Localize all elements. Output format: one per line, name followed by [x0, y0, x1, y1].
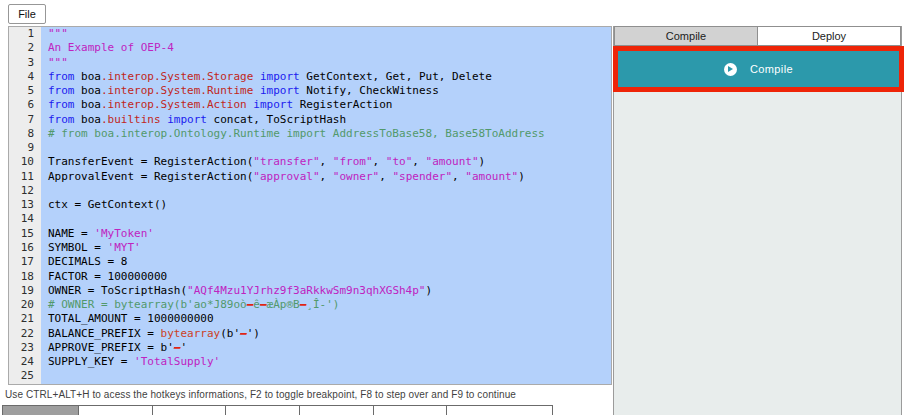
code-token: SYMBOL = [48, 241, 108, 254]
line-number: 18 [9, 270, 34, 284]
code-token: OWNER = ToScriptHash( [48, 284, 187, 297]
line-number: 21 [9, 312, 34, 326]
code-token: ctx = GetContext() [48, 198, 167, 211]
code-line[interactable] [48, 184, 611, 198]
code-token: An Example of OEP-4 [48, 41, 174, 54]
compile-button[interactable]: Compile [618, 51, 899, 87]
code-token: 'MyToken' [94, 227, 154, 240]
line-number: 13 [9, 198, 34, 212]
code-token: from [48, 70, 75, 83]
table-cell [225, 405, 300, 415]
editor-code[interactable]: """An Example of OEP-4"""from boa.intero… [41, 27, 611, 384]
code-line[interactable]: An Example of OEP-4 [48, 41, 611, 55]
code-line[interactable]: DECIMALS = 8 [48, 255, 611, 269]
code-token: "owner" [333, 170, 379, 183]
code-token: ¸Î-') [306, 298, 339, 311]
code-token: "transfer" [253, 155, 319, 168]
code-token: "from" [333, 155, 373, 168]
code-token: 'MYT' [108, 241, 141, 254]
table-cell [2, 405, 79, 415]
code-token: from [48, 113, 75, 126]
code-line[interactable]: # from boa.interop.Ontology.Runtime impo… [48, 127, 611, 141]
code-token: BALANCE_PREFIX = [48, 327, 161, 340]
code-token: FACTOR = 100000000 [48, 270, 167, 283]
code-token: boa [75, 84, 102, 97]
code-token: concat, ToScriptHash [207, 113, 346, 126]
code-token: , [452, 170, 465, 183]
code-token: ') [247, 327, 260, 340]
code-token: "amount" [465, 170, 518, 183]
code-line[interactable]: from boa.interop.System.Storage import G… [48, 70, 611, 84]
code-line[interactable] [48, 369, 611, 383]
code-line[interactable]: ctx = GetContext() [48, 198, 611, 212]
code-token: # OWNER = bytearray(b'ao*J89oò [48, 298, 247, 311]
code-line[interactable]: ApprovalEvent = RegisterAction("approval… [48, 170, 611, 184]
code-line[interactable] [48, 141, 611, 155]
code-token: boa [75, 70, 102, 83]
code-token: (b' [220, 327, 240, 340]
line-number: 2 [9, 41, 34, 55]
tab-compile[interactable]: Compile [614, 26, 758, 46]
status-bar: Use CTRL+ALT+H to acess the hotkeys info… [5, 386, 516, 403]
table-cell [299, 405, 374, 415]
code-token: – [240, 327, 247, 340]
code-token: SUPPLY_KEY = [48, 355, 134, 368]
code-token: ) [518, 170, 525, 183]
code-line[interactable]: APPROVE_PREFIX = b'–' [48, 341, 611, 355]
line-number: 20 [9, 298, 34, 312]
code-line[interactable]: SYMBOL = 'MYT' [48, 241, 611, 255]
code-line[interactable]: TOTAL_AMOUNT = 1000000000 [48, 312, 611, 326]
tab-deploy[interactable]: Deploy [757, 26, 901, 46]
line-number: 19 [9, 284, 34, 298]
code-token: – [260, 298, 267, 311]
code-token: # from boa.interop.Ontology.Runtime impo… [48, 127, 545, 140]
code-token: , [320, 170, 333, 183]
code-token: DECIMALS = 8 [48, 255, 127, 268]
code-token: ' [180, 341, 187, 354]
line-number: 23 [9, 341, 34, 355]
code-token: Notify, CheckWitness [300, 84, 439, 97]
code-line[interactable]: from boa.interop.System.Action import Re… [48, 98, 611, 112]
line-number: 25 [9, 369, 34, 383]
code-token: "AQf4Mzu1YJrhz9f3aRkkwSm9n3qhXGSh4p" [187, 284, 425, 297]
code-line[interactable]: OWNER = ToScriptHash("AQf4Mzu1YJrhz9f3aR… [48, 284, 611, 298]
code-token: import [253, 98, 293, 111]
code-token: ê [253, 298, 260, 311]
line-number: 3 [9, 56, 34, 70]
code-token: import [260, 84, 300, 97]
code-token: æÀp®B [267, 298, 300, 311]
code-token: , [373, 155, 386, 168]
code-token: , [320, 155, 333, 168]
line-number: 12 [9, 184, 34, 198]
code-token: import [167, 113, 207, 126]
code-line[interactable]: BALANCE_PREFIX = bytearray(b'–') [48, 327, 611, 341]
code-line[interactable]: """ [48, 56, 611, 70]
compile-button-label: Compile [750, 63, 793, 75]
code-token: , [412, 155, 425, 168]
line-number: 14 [9, 212, 34, 226]
code-line[interactable]: from boa.interop.System.Runtime import N… [48, 84, 611, 98]
code-editor[interactable]: 1234567891011121314151617181920212223242… [8, 26, 612, 385]
code-line[interactable]: """ [48, 27, 611, 41]
line-number: 10 [9, 155, 34, 169]
file-menu-button[interactable]: File [8, 4, 46, 24]
code-line[interactable]: NAME = 'MyToken' [48, 227, 611, 241]
code-token: NAME = [48, 227, 94, 240]
code-line[interactable]: SUPPLY_KEY = 'TotalSupply' [48, 355, 611, 369]
line-number: 17 [9, 255, 34, 269]
code-line[interactable] [48, 212, 611, 226]
line-number: 11 [9, 170, 34, 184]
table-cell [152, 405, 226, 415]
code-token: .interop.System.Storage [101, 70, 253, 83]
ide-window: File 12345678910111213141516171819202122… [0, 0, 904, 415]
line-number: 7 [9, 113, 34, 127]
code-token: boa [75, 113, 102, 126]
code-line[interactable]: from boa.builtins import concat, ToScrip… [48, 113, 611, 127]
code-line[interactable]: TransferEvent = RegisterAction("transfer… [48, 155, 611, 169]
code-token: ApprovalEvent = RegisterAction( [48, 170, 253, 183]
table-cell [373, 405, 447, 415]
code-line[interactable]: FACTOR = 100000000 [48, 270, 611, 284]
code-line[interactable]: # OWNER = bytearray(b'ao*J89oò–ê–æÀp®B–¸… [48, 298, 611, 312]
code-token: import [260, 70, 300, 83]
status-text: Use CTRL+ALT+H to acess the hotkeys info… [5, 389, 516, 400]
